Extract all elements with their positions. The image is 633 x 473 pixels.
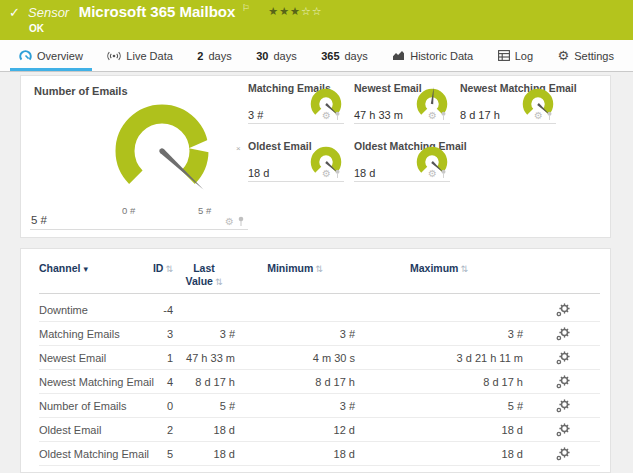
minimum-value: 4 m 30 s [235, 352, 355, 364]
minimum-value: 3 # [235, 400, 355, 412]
last-value: 8 d 17 h [173, 376, 235, 388]
flag-icon[interactable]: ⚐ [242, 3, 250, 13]
column-header-id[interactable]: ID⇅ [151, 262, 173, 274]
channel-settings-gear-icon[interactable] [555, 375, 571, 389]
tab-label: days [345, 50, 368, 62]
channel-table-header: Channel▾ ID⇅ Last Value⇅ Minimum⇅ Maximu… [39, 262, 600, 294]
channel-id: 2 [151, 424, 173, 436]
maximum-value: 18 d [355, 448, 523, 460]
column-header-maximum[interactable]: Maximum⇅ [355, 262, 523, 274]
channel-id: 0 [151, 400, 173, 412]
pin-icon[interactable] [440, 169, 447, 179]
table-row-oldest-matching-email: Oldest Matching Email 5 18 d 18 d 18 d [39, 442, 600, 466]
minimum-value: 12 d [235, 424, 355, 436]
maximum-value: 8 d 17 h [355, 376, 523, 388]
pin-icon[interactable] [334, 169, 341, 179]
channel-id: 4 [151, 376, 173, 388]
maximum-value: 18 d [355, 424, 523, 436]
number-of-emails-gauge [106, 95, 218, 207]
tab-log[interactable]: Log [493, 40, 538, 71]
header-label-line1: Last [173, 262, 235, 275]
sort-icon[interactable]: ⇅ [315, 264, 323, 274]
last-value: 47 h 33 m [173, 352, 235, 364]
channel-name: Number of Emails [39, 400, 151, 412]
channel-id: 5 [151, 448, 173, 460]
channel-settings-gear-icon[interactable] [555, 423, 571, 437]
status-badge: OK [29, 23, 44, 34]
channel-table-panel: Channel▾ ID⇅ Last Value⇅ Minimum⇅ Maximu… [20, 248, 611, 473]
gauge-current-value: 5 # [31, 214, 47, 226]
column-header-last-value[interactable]: Last Value⇅ [173, 262, 235, 288]
gauge-tile-number-of-emails: Number of Emails × 0 # 5 # 5 # ⚙ [30, 82, 248, 230]
gauge-icon [19, 49, 32, 62]
sort-icon[interactable]: ⇅ [165, 264, 173, 274]
gauge-marker-icon: × [236, 144, 241, 153]
tab-label: Overview [37, 50, 83, 62]
minimum-value: 8 d 17 h [235, 376, 355, 388]
channel-settings-icon[interactable]: ⚙ [428, 169, 437, 179]
channel-name: Matching Emails [39, 328, 151, 340]
last-value: 5 # [173, 400, 235, 412]
sort-icon[interactable]: ⇅ [215, 277, 223, 287]
channel-settings-gear-icon[interactable] [555, 303, 571, 317]
channel-settings-gear-icon[interactable] [555, 327, 571, 341]
channel-settings-gear-icon[interactable] [555, 447, 571, 461]
object-kind-label: Sensor [28, 5, 69, 20]
channel-settings-icon[interactable]: ⚙ [534, 111, 543, 121]
tab-historic-data[interactable]: Historic Data [387, 40, 478, 71]
tab-number: 2 [197, 50, 203, 62]
stars-filled: ★★★ [268, 5, 301, 17]
table-row-newest-matching-email: Newest Matching Email 4 8 d 17 h 8 d 17 … [39, 370, 600, 394]
sensor-status-header: ✓ Sensor Microsoft 365 Mailbox ⚐ ★★★☆☆ O… [0, 0, 633, 40]
minimum-value: 3 # [235, 328, 355, 340]
tab-30-days[interactable]: 30 days [251, 40, 302, 71]
sort-icon[interactable]: ⇅ [460, 264, 468, 274]
table-row-number-of-emails: Number of Emails 0 5 # 3 # 5 # [39, 394, 600, 418]
gauge-title: Oldest Email [248, 140, 312, 152]
sensor-tabbar: Overview Live Data 2 days 30 days 365 da… [0, 40, 633, 72]
tab-number: 365 [321, 50, 339, 62]
channel-id: 1 [151, 352, 173, 364]
sensor-title: Microsoft 365 Mailbox [79, 3, 236, 20]
pin-icon[interactable] [440, 111, 447, 121]
channel-id: 3 [151, 328, 173, 340]
last-value: 3 # [173, 328, 235, 340]
tab-365-days[interactable]: 365 days [316, 40, 373, 71]
channel-settings-gear-icon[interactable] [555, 351, 571, 365]
pin-icon[interactable] [546, 111, 553, 121]
gauge-title: Newest Matching Email [460, 82, 577, 94]
column-header-minimum[interactable]: Minimum⇅ [235, 262, 355, 274]
minimum-value: 18 d [235, 448, 355, 460]
channel-settings-gear-icon[interactable] [555, 399, 571, 413]
log-table-icon [498, 50, 510, 61]
gauge-current-value: 18 d [248, 167, 269, 179]
tab-settings[interactable]: ⚙ Settings [553, 40, 619, 71]
pin-icon[interactable] [237, 216, 245, 227]
tab-live-data[interactable]: Live Data [102, 40, 177, 71]
gauge-current-value: 47 h 33 m [354, 109, 403, 121]
tab-2-days[interactable]: 2 days [192, 40, 236, 71]
gauge-tile-matching-emails: Matching Emails 3 # ⚙ [248, 82, 344, 124]
channel-name: Newest Matching Email [39, 376, 151, 388]
stars-empty: ☆☆ [301, 5, 323, 17]
column-header-channel[interactable]: Channel▾ [39, 262, 151, 274]
channel-settings-icon[interactable]: ⚙ [428, 111, 437, 121]
priority-stars[interactable]: ★★★☆☆ [268, 5, 322, 17]
channel-name: Newest Email [39, 352, 151, 364]
sensor-page: ✓ Sensor Microsoft 365 Mailbox ⚐ ★★★☆☆ O… [0, 0, 633, 473]
maximum-value: 3 # [355, 328, 523, 340]
tab-overview[interactable]: Overview [14, 40, 88, 71]
pin-icon[interactable] [334, 111, 341, 121]
live-signal-icon [107, 50, 121, 62]
gauges-overview-panel: Number of Emails × 0 # 5 # 5 # ⚙ [20, 75, 611, 238]
channel-settings-icon[interactable]: ⚙ [322, 111, 331, 121]
maximum-value: 5 # [355, 400, 523, 412]
table-row-oldest-email: Oldest Email 2 18 d 12 d 18 d [39, 418, 600, 442]
gauge-tile-newest-email: Newest Email 47 h 33 m ⚙ [354, 82, 450, 124]
channel-settings-icon[interactable]: ⚙ [225, 217, 234, 227]
table-row-downtime: Downtime -4 [39, 298, 600, 322]
tab-label: Log [515, 50, 533, 62]
channel-settings-icon[interactable]: ⚙ [322, 169, 331, 179]
chevron-down-icon[interactable]: ▾ [83, 264, 88, 274]
channel-table-body: Downtime -4 Matching Emails [39, 298, 600, 466]
